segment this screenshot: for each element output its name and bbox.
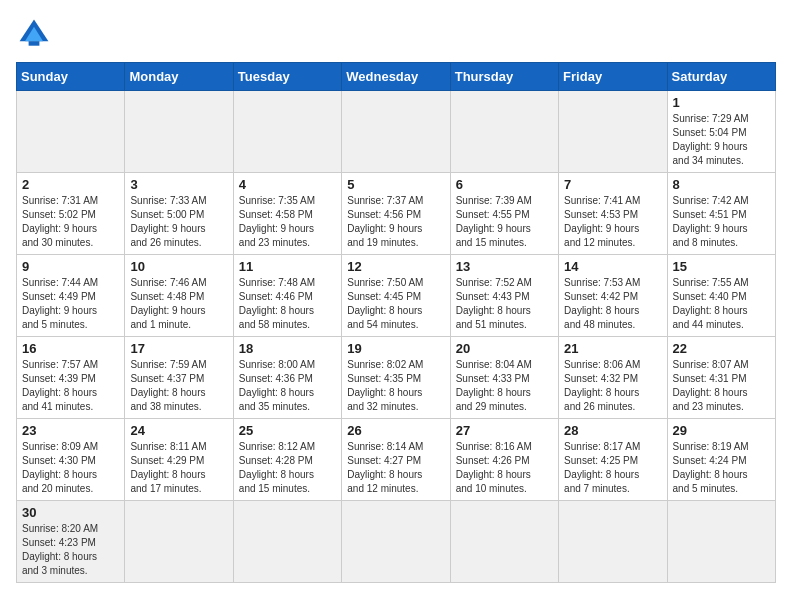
day-number: 16	[22, 341, 119, 356]
day-number: 5	[347, 177, 444, 192]
day-number: 12	[347, 259, 444, 274]
calendar-day-cell: 24Sunrise: 8:11 AM Sunset: 4:29 PM Dayli…	[125, 419, 233, 501]
day-info: Sunrise: 7:55 AM Sunset: 4:40 PM Dayligh…	[673, 276, 770, 332]
svg-rect-2	[29, 41, 40, 46]
day-info: Sunrise: 7:59 AM Sunset: 4:37 PM Dayligh…	[130, 358, 227, 414]
day-info: Sunrise: 8:00 AM Sunset: 4:36 PM Dayligh…	[239, 358, 336, 414]
calendar-day-cell: 11Sunrise: 7:48 AM Sunset: 4:46 PM Dayli…	[233, 255, 341, 337]
day-number: 28	[564, 423, 661, 438]
day-info: Sunrise: 8:19 AM Sunset: 4:24 PM Dayligh…	[673, 440, 770, 496]
day-number: 17	[130, 341, 227, 356]
calendar-day-cell	[233, 91, 341, 173]
day-info: Sunrise: 7:42 AM Sunset: 4:51 PM Dayligh…	[673, 194, 770, 250]
day-number: 9	[22, 259, 119, 274]
calendar-day-cell: 19Sunrise: 8:02 AM Sunset: 4:35 PM Dayli…	[342, 337, 450, 419]
weekday-header-wednesday: Wednesday	[342, 63, 450, 91]
generalblue-logo-icon	[16, 16, 52, 52]
calendar-day-cell: 29Sunrise: 8:19 AM Sunset: 4:24 PM Dayli…	[667, 419, 775, 501]
day-number: 19	[347, 341, 444, 356]
day-info: Sunrise: 8:16 AM Sunset: 4:26 PM Dayligh…	[456, 440, 553, 496]
calendar-table: SundayMondayTuesdayWednesdayThursdayFrid…	[16, 62, 776, 583]
calendar-day-cell	[450, 91, 558, 173]
day-info: Sunrise: 8:14 AM Sunset: 4:27 PM Dayligh…	[347, 440, 444, 496]
day-info: Sunrise: 8:02 AM Sunset: 4:35 PM Dayligh…	[347, 358, 444, 414]
day-number: 29	[673, 423, 770, 438]
day-number: 7	[564, 177, 661, 192]
day-info: Sunrise: 8:11 AM Sunset: 4:29 PM Dayligh…	[130, 440, 227, 496]
weekday-header-monday: Monday	[125, 63, 233, 91]
calendar-day-cell: 21Sunrise: 8:06 AM Sunset: 4:32 PM Dayli…	[559, 337, 667, 419]
calendar-day-cell	[125, 91, 233, 173]
calendar-day-cell: 7Sunrise: 7:41 AM Sunset: 4:53 PM Daylig…	[559, 173, 667, 255]
day-info: Sunrise: 7:44 AM Sunset: 4:49 PM Dayligh…	[22, 276, 119, 332]
calendar-day-cell: 1Sunrise: 7:29 AM Sunset: 5:04 PM Daylig…	[667, 91, 775, 173]
calendar-day-cell	[342, 501, 450, 583]
day-info: Sunrise: 8:12 AM Sunset: 4:28 PM Dayligh…	[239, 440, 336, 496]
day-info: Sunrise: 7:52 AM Sunset: 4:43 PM Dayligh…	[456, 276, 553, 332]
calendar-day-cell: 3Sunrise: 7:33 AM Sunset: 5:00 PM Daylig…	[125, 173, 233, 255]
calendar-day-cell: 4Sunrise: 7:35 AM Sunset: 4:58 PM Daylig…	[233, 173, 341, 255]
day-number: 11	[239, 259, 336, 274]
weekday-header-saturday: Saturday	[667, 63, 775, 91]
day-number: 8	[673, 177, 770, 192]
day-info: Sunrise: 8:07 AM Sunset: 4:31 PM Dayligh…	[673, 358, 770, 414]
day-info: Sunrise: 8:09 AM Sunset: 4:30 PM Dayligh…	[22, 440, 119, 496]
calendar-week-row: 2Sunrise: 7:31 AM Sunset: 5:02 PM Daylig…	[17, 173, 776, 255]
day-info: Sunrise: 8:17 AM Sunset: 4:25 PM Dayligh…	[564, 440, 661, 496]
day-info: Sunrise: 7:50 AM Sunset: 4:45 PM Dayligh…	[347, 276, 444, 332]
calendar-day-cell: 27Sunrise: 8:16 AM Sunset: 4:26 PM Dayli…	[450, 419, 558, 501]
calendar-day-cell: 30Sunrise: 8:20 AM Sunset: 4:23 PM Dayli…	[17, 501, 125, 583]
calendar-day-cell: 10Sunrise: 7:46 AM Sunset: 4:48 PM Dayli…	[125, 255, 233, 337]
day-number: 10	[130, 259, 227, 274]
weekday-header-tuesday: Tuesday	[233, 63, 341, 91]
header	[16, 16, 776, 52]
calendar-day-cell	[233, 501, 341, 583]
day-number: 15	[673, 259, 770, 274]
day-number: 13	[456, 259, 553, 274]
calendar-week-row: 9Sunrise: 7:44 AM Sunset: 4:49 PM Daylig…	[17, 255, 776, 337]
calendar-day-cell: 20Sunrise: 8:04 AM Sunset: 4:33 PM Dayli…	[450, 337, 558, 419]
day-number: 18	[239, 341, 336, 356]
calendar-day-cell: 5Sunrise: 7:37 AM Sunset: 4:56 PM Daylig…	[342, 173, 450, 255]
calendar-day-cell: 12Sunrise: 7:50 AM Sunset: 4:45 PM Dayli…	[342, 255, 450, 337]
calendar-day-cell	[17, 91, 125, 173]
day-info: Sunrise: 7:46 AM Sunset: 4:48 PM Dayligh…	[130, 276, 227, 332]
day-info: Sunrise: 7:57 AM Sunset: 4:39 PM Dayligh…	[22, 358, 119, 414]
calendar-day-cell	[342, 91, 450, 173]
day-number: 30	[22, 505, 119, 520]
day-info: Sunrise: 7:31 AM Sunset: 5:02 PM Dayligh…	[22, 194, 119, 250]
weekday-header-thursday: Thursday	[450, 63, 558, 91]
day-info: Sunrise: 7:53 AM Sunset: 4:42 PM Dayligh…	[564, 276, 661, 332]
calendar-week-row: 30Sunrise: 8:20 AM Sunset: 4:23 PM Dayli…	[17, 501, 776, 583]
calendar-day-cell	[450, 501, 558, 583]
page: SundayMondayTuesdayWednesdayThursdayFrid…	[0, 0, 792, 593]
calendar-day-cell: 15Sunrise: 7:55 AM Sunset: 4:40 PM Dayli…	[667, 255, 775, 337]
day-number: 20	[456, 341, 553, 356]
calendar-week-row: 16Sunrise: 7:57 AM Sunset: 4:39 PM Dayli…	[17, 337, 776, 419]
calendar-day-cell: 8Sunrise: 7:42 AM Sunset: 4:51 PM Daylig…	[667, 173, 775, 255]
day-info: Sunrise: 7:39 AM Sunset: 4:55 PM Dayligh…	[456, 194, 553, 250]
day-number: 25	[239, 423, 336, 438]
day-number: 24	[130, 423, 227, 438]
day-number: 4	[239, 177, 336, 192]
day-number: 21	[564, 341, 661, 356]
day-info: Sunrise: 8:04 AM Sunset: 4:33 PM Dayligh…	[456, 358, 553, 414]
day-info: Sunrise: 7:41 AM Sunset: 4:53 PM Dayligh…	[564, 194, 661, 250]
day-number: 22	[673, 341, 770, 356]
calendar-day-cell: 23Sunrise: 8:09 AM Sunset: 4:30 PM Dayli…	[17, 419, 125, 501]
calendar-day-cell: 28Sunrise: 8:17 AM Sunset: 4:25 PM Dayli…	[559, 419, 667, 501]
day-number: 26	[347, 423, 444, 438]
calendar-day-cell: 22Sunrise: 8:07 AM Sunset: 4:31 PM Dayli…	[667, 337, 775, 419]
day-number: 14	[564, 259, 661, 274]
weekday-header-sunday: Sunday	[17, 63, 125, 91]
calendar-week-row: 23Sunrise: 8:09 AM Sunset: 4:30 PM Dayli…	[17, 419, 776, 501]
calendar-day-cell: 9Sunrise: 7:44 AM Sunset: 4:49 PM Daylig…	[17, 255, 125, 337]
day-number: 1	[673, 95, 770, 110]
day-info: Sunrise: 8:20 AM Sunset: 4:23 PM Dayligh…	[22, 522, 119, 578]
weekday-header-row: SundayMondayTuesdayWednesdayThursdayFrid…	[17, 63, 776, 91]
calendar-day-cell: 26Sunrise: 8:14 AM Sunset: 4:27 PM Dayli…	[342, 419, 450, 501]
calendar-day-cell: 14Sunrise: 7:53 AM Sunset: 4:42 PM Dayli…	[559, 255, 667, 337]
calendar-week-row: 1Sunrise: 7:29 AM Sunset: 5:04 PM Daylig…	[17, 91, 776, 173]
weekday-header-friday: Friday	[559, 63, 667, 91]
calendar-day-cell: 13Sunrise: 7:52 AM Sunset: 4:43 PM Dayli…	[450, 255, 558, 337]
